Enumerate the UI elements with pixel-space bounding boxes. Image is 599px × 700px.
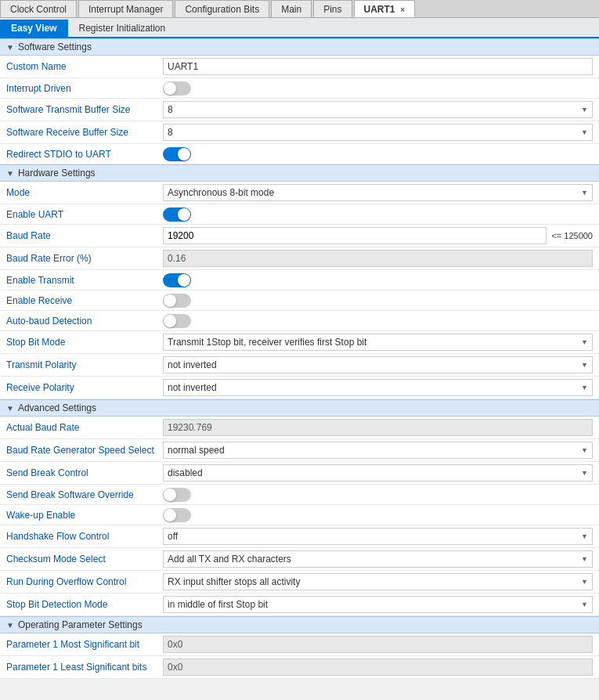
section-header-operating[interactable]: ▼Operating Parameter Settings [0,616,599,633]
select-sw-rx-buffer[interactable]: 8163264 [163,124,593,141]
input-baud-rate[interactable] [163,227,547,244]
select-sw-tx-buffer[interactable]: 8163264 [163,101,593,118]
tab-main[interactable]: Main [271,0,312,17]
select-wrapper-run-overflow: RX input shifter stops all activityRX in… [163,573,593,590]
control-mode: Asynchronous 8-bit modeAsynchronous 9-bi… [163,184,593,201]
label-baud-rate: Baud Rate [6,230,163,241]
tab-clock-control[interactable]: Clock Control [0,0,77,17]
control-wakeup-enable [163,508,593,522]
section-arrow-advanced: ▼ [6,404,14,413]
section-title-software: Software Settings [18,41,92,52]
select-wrapper-rx-polarity: not invertedinverted [163,379,593,396]
label-baud-rate-error: Baud Rate Error (%) [6,253,163,264]
row-sw-tx-buffer: Software Transmit Buffer Size8163264 [0,99,599,121]
label-stop-bit-mode: Stop Bit Mode [6,337,163,348]
control-tx-polarity: not invertedinverted [163,356,593,373]
label-enable-receive: Enable Receive [6,295,163,306]
select-send-break[interactable]: disabledenabled [163,464,593,482]
select-wrapper-sw-tx-buffer: 8163264 [163,101,593,118]
control-param1-lsb [163,659,593,676]
label-interrupt-driven: Interrupt Driven [6,83,163,94]
toggle-thumb-redirect-stdio [178,148,190,161]
select-wrapper-stop-bit-detect: in middle of first Stop bitat end of fir… [163,596,593,613]
row-baud-gen-speed: Baud Rate Generator Speed Selectnormal s… [0,439,599,462]
tab-bar: Clock ControlInterrupt ManagerConfigurat… [0,0,599,18]
label-redirect-stdio: Redirect STDIO to UART [6,149,163,160]
select-stop-bit-mode[interactable]: Transmit 1Stop bit, receiver verifies fi… [163,334,593,351]
label-handshake-flow: Handshake Flow Control [6,531,163,542]
select-wrapper-handshake-flow: offon [163,528,593,545]
select-wrapper-mode: Asynchronous 8-bit modeAsynchronous 9-bi… [163,184,593,201]
tab-configuration-bits[interactable]: Configuration Bits [175,0,269,17]
tab-close-uart1[interactable]: × [399,5,406,14]
select-tx-polarity[interactable]: not invertedinverted [163,356,593,373]
select-baud-gen-speed[interactable]: normal speedhigh speed [163,442,593,459]
input-param1-msb [163,636,593,653]
label-custom-name: Custom Name [6,61,163,72]
control-baud-rate-error [163,250,593,267]
row-param1-lsb: Parameter 1 Least Significant bits [0,656,599,679]
toggle-wakeup-enable[interactable] [163,508,191,522]
select-wrapper-send-break: disabledenabled [163,464,593,482]
row-custom-name: Custom Name [0,56,599,78]
view-tab-register-init[interactable]: Register Initialization [68,20,177,37]
toggle-redirect-stdio[interactable] [163,147,191,161]
row-checksum-mode: Checksum Mode SelectAdd all TX and RX ch… [0,548,599,571]
toggle-thumb-send-break-sw [164,489,176,501]
control-sw-tx-buffer: 8163264 [163,101,593,118]
control-run-overflow: RX input shifter stops all activityRX in… [163,573,593,590]
select-wrapper-checksum-mode: Add all TX and RX charactersAdd all TX c… [163,550,593,568]
section-header-hardware[interactable]: ▼Hardware Settings [0,164,599,182]
row-enable-uart: Enable UART [0,204,599,225]
control-send-break-sw [163,488,593,502]
tab-pins[interactable]: Pins [313,0,352,17]
toggle-thumb-interrupt-driven [164,82,176,95]
toggle-enable-transmit[interactable] [163,273,191,287]
toggle-auto-baud[interactable] [163,314,191,328]
select-handshake-flow[interactable]: offon [163,528,593,545]
label-checksum-mode: Checksum Mode Select [6,554,163,565]
toggle-thumb-enable-transmit [178,274,190,287]
control-handshake-flow: offon [163,528,593,545]
select-mode[interactable]: Asynchronous 8-bit modeAsynchronous 9-bi… [163,184,593,201]
row-stop-bit-detect: Stop Bit Detection Modein middle of firs… [0,594,599,616]
control-checksum-mode: Add all TX and RX charactersAdd all TX c… [163,550,593,568]
section-header-software[interactable]: ▼Software Settings [0,38,599,56]
input-custom-name[interactable] [163,58,593,75]
toggle-interrupt-driven[interactable] [163,81,191,96]
row-param1-msb: Parameter 1 Most Significant bit [0,633,599,656]
section-header-advanced[interactable]: ▼Advanced Settings [0,399,599,417]
toggle-enable-uart[interactable] [163,207,191,222]
label-sw-tx-buffer: Software Transmit Buffer Size [6,104,163,115]
label-enable-uart: Enable UART [6,209,163,220]
select-wrapper-sw-rx-buffer: 8163264 [163,124,593,141]
toggle-thumb-auto-baud [164,315,176,327]
row-sw-rx-buffer: Software Receive Buffer Size8163264 [0,121,599,144]
control-enable-receive [163,294,593,308]
control-baud-rate: <= 125000 [163,227,593,244]
select-rx-polarity[interactable]: not invertedinverted [163,379,593,396]
toggle-thumb-enable-receive [164,294,176,307]
tab-interrupt-manager[interactable]: Interrupt Manager [78,0,173,17]
section-arrow-hardware: ▼ [6,169,14,178]
row-actual-baud: Actual Baud Rate [0,417,599,439]
toggle-send-break-sw[interactable] [163,488,191,502]
control-actual-baud [163,419,593,436]
label-enable-transmit: Enable Transmit [6,275,163,286]
tab-uart1[interactable]: UART1 × [354,0,416,17]
row-auto-baud: Auto-baud Detection [0,311,599,331]
select-stop-bit-detect[interactable]: in middle of first Stop bitat end of fir… [163,596,593,613]
select-checksum-mode[interactable]: Add all TX and RX charactersAdd all TX c… [163,550,593,568]
label-rx-polarity: Receive Polarity [6,382,163,393]
input-actual-baud [163,419,593,436]
row-enable-receive: Enable Receive [0,290,599,311]
control-enable-uart [163,207,593,222]
view-bar: Easy ViewRegister Initialization [0,18,599,38]
toggle-enable-receive[interactable] [163,294,191,308]
row-redirect-stdio: Redirect STDIO to UART [0,144,599,164]
input-baud-rate-error [163,250,593,267]
toggle-thumb-wakeup-enable [164,509,176,521]
select-wrapper-tx-polarity: not invertedinverted [163,356,593,373]
select-run-overflow[interactable]: RX input shifter stops all activityRX in… [163,573,593,590]
view-tab-easy-view[interactable]: Easy View [0,20,68,37]
